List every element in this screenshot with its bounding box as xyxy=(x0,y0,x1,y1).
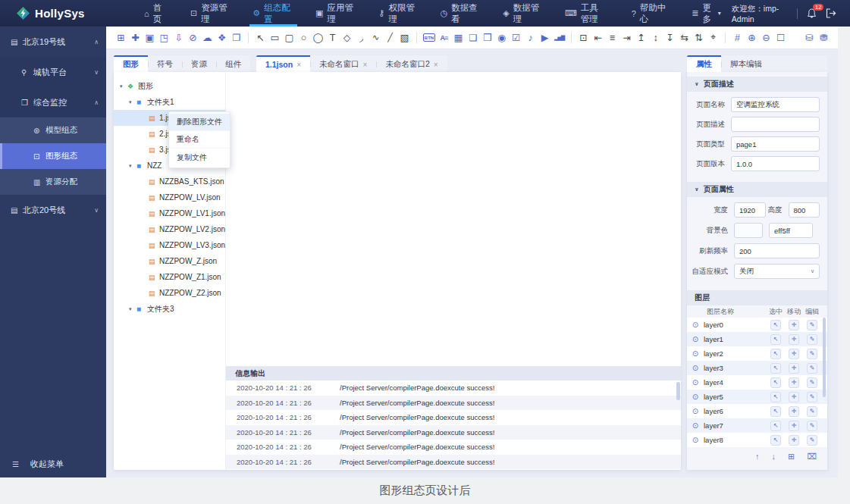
background-color-input[interactable]: eff5ff xyxy=(769,223,813,238)
layer-select-button[interactable]: ↖ xyxy=(770,320,781,330)
sidebar-item[interactable]: ▤ 北京20号线 ∨ xyxy=(0,195,106,225)
ellipse-tool-icon[interactable]: ◯ xyxy=(311,30,325,46)
layer-move-button[interactable]: ✛ xyxy=(789,349,799,359)
rectangle-tool-icon[interactable]: ▭ xyxy=(268,30,282,46)
add-layer-button[interactable]: ⊞ xyxy=(788,452,795,462)
panel-tab[interactable]: 符号 xyxy=(148,55,182,72)
tree-item[interactable]: ▤ NZZPOW_Z1.json xyxy=(114,269,225,285)
adaptive-mode-select[interactable]: 关闭 ∨ xyxy=(734,264,820,279)
layer-select-button[interactable]: ↖ xyxy=(770,406,781,417)
move-layer-down-button[interactable]: ↓ xyxy=(772,452,776,461)
close-tab-icon[interactable]: × xyxy=(296,61,301,69)
field-input[interactable] xyxy=(731,117,820,132)
notification-bell-icon[interactable]: 12 xyxy=(807,8,817,19)
layer-scrollbar[interactable] xyxy=(823,318,826,447)
top-nav-item[interactable]: ⌂ 首页 xyxy=(133,0,180,27)
arc-tool-icon[interactable]: ◞ xyxy=(354,30,369,46)
top-nav-item[interactable]: ◷ 数据查看 xyxy=(430,0,493,27)
center-canvas-icon[interactable]: ⌖ xyxy=(706,30,720,46)
sidebar-item[interactable]: ⚲ 城轨平台 ∨ xyxy=(0,57,106,87)
tree-item[interactable]: ▤ NZZPOW_LV.json xyxy=(114,189,225,205)
layer-select-button[interactable]: ↖ xyxy=(770,334,781,345)
open-folder-icon[interactable]: ▣ xyxy=(143,30,157,46)
video-widget-icon[interactable]: ▶ xyxy=(538,30,552,46)
top-nav-item[interactable]: ◈ 数据管理 xyxy=(492,0,554,27)
line-tool-icon[interactable]: ╱ xyxy=(383,30,397,46)
top-nav-item[interactable]: ⚷ 权限管理 xyxy=(368,0,429,27)
visibility-eye-icon[interactable]: ⊙ xyxy=(687,321,704,329)
close-all-icon[interactable]: ⊘ xyxy=(186,30,200,46)
tree-expander-icon[interactable]: ▾ xyxy=(129,163,136,169)
section-header-page-attributes[interactable]: ∨ 页面属性 xyxy=(687,182,827,197)
zoom-in-icon[interactable]: ⊕ xyxy=(745,30,759,46)
height-input[interactable]: 800 xyxy=(789,202,820,218)
tree-item[interactable]: ▾ ■ 文件夹3 xyxy=(114,301,225,317)
layer-select-button[interactable]: ↖ xyxy=(770,435,781,446)
layer-move-button[interactable]: ✛ xyxy=(789,406,799,417)
layer-move-button[interactable]: ✛ xyxy=(789,320,799,330)
layer-move-button[interactable]: ✛ xyxy=(789,334,799,345)
visibility-eye-icon[interactable]: ⊙ xyxy=(687,335,704,343)
zoom-out-icon[interactable]: ⊖ xyxy=(759,30,773,46)
visibility-eye-icon[interactable]: ⊙ xyxy=(687,436,704,444)
top-nav-item[interactable]: ⊡ 资源管理 xyxy=(180,0,242,27)
layer-select-button[interactable]: ↖ xyxy=(770,421,781,431)
checkbox-widget-icon[interactable]: ☑ xyxy=(509,30,523,46)
panel-tab[interactable]: 组件 xyxy=(216,55,250,72)
save-icon[interactable]: ⛁ xyxy=(802,30,817,46)
context-menu-item[interactable]: 删除图形文件 xyxy=(169,114,230,131)
distribute-vertical-icon[interactable]: ⇅ xyxy=(692,30,706,46)
select-cursor-icon[interactable]: ↖ xyxy=(253,30,268,46)
cloud-publish-icon[interactable]: ☁ xyxy=(200,30,215,46)
tree-item[interactable]: ▤ NZZPOW_LV3.json xyxy=(114,237,225,253)
layer-move-button[interactable]: ✛ xyxy=(789,421,799,431)
curve-tool-icon[interactable]: ∿ xyxy=(369,30,383,46)
export-file-icon[interactable]: ◳ xyxy=(157,30,171,46)
properties-tab[interactable]: 属性 xyxy=(687,55,721,72)
field-input[interactable]: 1.0.0 xyxy=(731,156,820,171)
tree-item[interactable]: ▤ NZZPOW_LV2.json xyxy=(114,221,225,237)
visibility-eye-icon[interactable]: ⊙ xyxy=(687,421,704,430)
visibility-eye-icon[interactable]: ⊙ xyxy=(687,393,704,401)
background-color-swatch[interactable] xyxy=(734,223,763,238)
sidebar-item[interactable]: ▥ 资源分配 xyxy=(0,169,106,195)
panel-tab[interactable]: 图形 xyxy=(114,55,148,72)
document-tab[interactable]: 1.1json × xyxy=(256,55,310,72)
import-download-icon[interactable]: ⇩ xyxy=(171,30,186,46)
tree-expander-icon[interactable]: ▾ xyxy=(120,83,127,89)
tree-item[interactable]: ▾ ■ 文件夹1 xyxy=(114,94,225,110)
layer-edit-button[interactable]: ✎ xyxy=(807,363,817,374)
align-middle-icon[interactable]: ↕ xyxy=(648,30,663,46)
field-input[interactable]: 空调监控系统 xyxy=(731,97,820,112)
visibility-eye-icon[interactable]: ⊙ xyxy=(687,364,704,372)
layer-select-button[interactable]: ↖ xyxy=(770,349,781,359)
width-input[interactable]: 1920 xyxy=(734,202,766,218)
button-widget-icon[interactable]: BTN xyxy=(423,33,435,42)
close-tab-icon[interactable]: × xyxy=(363,61,368,69)
align-top-icon[interactable]: ↥ xyxy=(634,30,648,46)
layer-edit-button[interactable]: ✎ xyxy=(807,421,817,431)
layer-edit-button[interactable]: ✎ xyxy=(807,435,817,446)
design-canvas[interactable] xyxy=(226,72,681,366)
layer-edit-button[interactable]: ✎ xyxy=(807,406,817,417)
group-objects-icon[interactable]: ⊡ xyxy=(576,30,591,46)
window-widget-icon[interactable]: ❏ xyxy=(466,30,480,46)
collapse-menu-button[interactable]: ☰ 收起菜单 xyxy=(0,450,106,477)
add-graphic-folder-icon[interactable]: ⊞ xyxy=(114,30,128,46)
sidebar-item[interactable]: ▤ 北京19号线 ∧ xyxy=(0,27,106,57)
layer-edit-button[interactable]: ✎ xyxy=(807,334,817,345)
polygon-tool-icon[interactable]: ◇ xyxy=(340,30,354,46)
layer-move-button[interactable]: ✛ xyxy=(789,392,799,402)
label-widget-icon[interactable]: A≡ xyxy=(437,30,451,46)
document-tab[interactable]: 未命名窗口 × xyxy=(310,55,376,72)
top-nav-item[interactable]: ? 帮助中心 xyxy=(621,0,682,27)
sidebar-item[interactable]: ❐ 综合监控 ∧ xyxy=(0,87,106,117)
audio-widget-icon[interactable]: ♪ xyxy=(523,30,538,46)
table-widget-icon[interactable]: ▦ xyxy=(451,30,466,46)
top-nav-item[interactable]: ⌨ 工具管理 xyxy=(554,0,621,27)
save-all-icon[interactable]: ⛃ xyxy=(817,30,831,46)
add-graphic-file-icon[interactable]: ✚ xyxy=(128,30,143,46)
layer-move-button[interactable]: ✛ xyxy=(789,363,799,374)
logout-icon[interactable] xyxy=(826,8,836,18)
section-header-layers[interactable]: 图层 xyxy=(687,290,827,305)
